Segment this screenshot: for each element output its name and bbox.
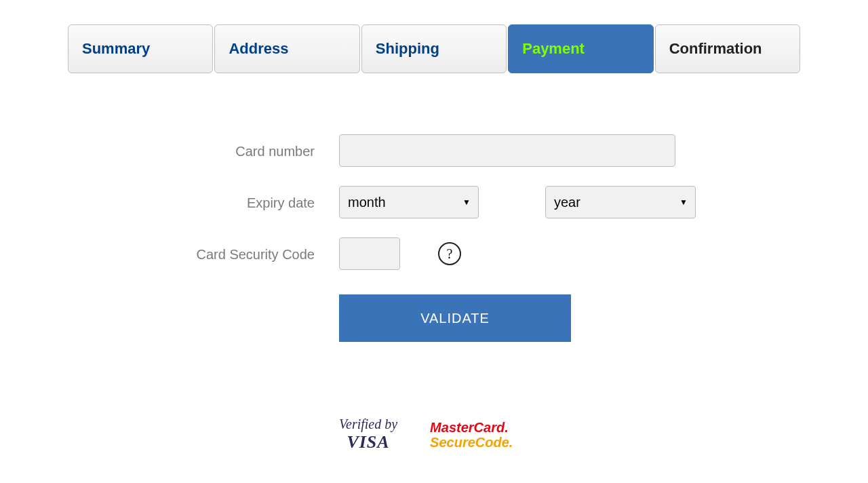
expiry-year-select[interactable]: year xyxy=(545,186,696,218)
security-logos: Verified by VISA MasterCard. SecureCode. xyxy=(339,417,800,452)
mastercard-securecode-logo: MasterCard. SecureCode. xyxy=(430,420,513,450)
tab-confirmation[interactable]: Confirmation xyxy=(655,24,800,73)
checkout-tabs: Summary Address Shipping Payment Confirm… xyxy=(68,24,800,73)
card-number-input[interactable] xyxy=(339,134,675,167)
csc-label: Card Security Code xyxy=(68,237,339,264)
tab-shipping[interactable]: Shipping xyxy=(361,24,507,73)
verified-by-visa-logo: Verified by VISA xyxy=(339,417,397,452)
tab-address[interactable]: Address xyxy=(214,24,359,73)
expiry-date-label: Expiry date xyxy=(68,186,339,212)
csc-input[interactable] xyxy=(339,237,400,270)
payment-form: Card number Expiry date month year xyxy=(68,134,800,452)
tab-payment[interactable]: Payment xyxy=(508,24,653,73)
tab-summary[interactable]: Summary xyxy=(68,24,213,73)
validate-button[interactable]: VALIDATE xyxy=(339,294,571,342)
expiry-month-select[interactable]: month xyxy=(339,186,479,218)
csc-help-icon[interactable]: ? xyxy=(438,242,461,265)
card-number-label: Card number xyxy=(68,134,339,161)
